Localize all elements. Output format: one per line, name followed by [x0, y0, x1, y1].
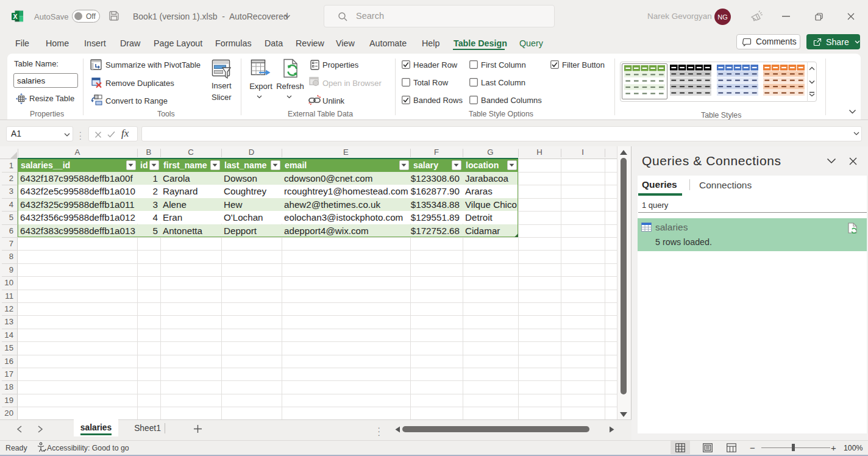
svg-text:X: X [13, 13, 17, 20]
